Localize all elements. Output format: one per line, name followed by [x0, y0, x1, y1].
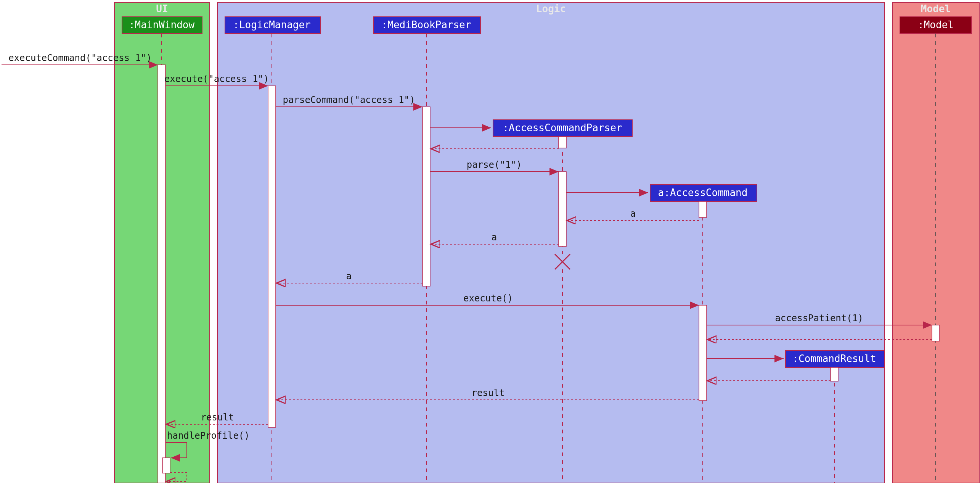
svg-rect-1 [217, 2, 885, 483]
activation-model [932, 325, 940, 341]
logic-box-label: Logic [536, 3, 566, 14]
return-result-1-label: result [472, 388, 505, 398]
msg-execute-label: execute("access 1") [164, 74, 269, 84]
activation-acp-parse [559, 172, 566, 246]
return-a-1-label: a [630, 208, 636, 219]
return-result-2-label: result [201, 412, 234, 423]
msg-handleprofile-label: handleProfile() [167, 430, 250, 441]
msg-parse-label: parse("1") [467, 159, 522, 170]
msg-execute: execute("access 1") [164, 74, 269, 86]
msg-executecommand: executeCommand("access 1") [2, 53, 158, 65]
msg-parsecommand-label: parseCommand("access 1") [283, 95, 415, 105]
participant-medibookparser-label: :MediBookParser [382, 19, 471, 31]
activation-commandresult [831, 367, 838, 381]
activation-medibookparser [423, 107, 430, 286]
msg-accesspatient-label: accessPatient(1) [775, 313, 863, 324]
msg-execute-ac-label: execute() [463, 293, 513, 304]
participant-model-label: :Model [918, 19, 954, 31]
activation-accesscommand-execute [699, 305, 707, 401]
participant-logicmanager-label: :LogicManager [233, 19, 311, 31]
model-box-label: Model [921, 3, 951, 14]
participant-accesscommand-label: a:AccessCommand [658, 187, 748, 198]
participant-accesscommandparser-label: :AccessCommandParser [503, 122, 622, 134]
participant-mainwindow-label: :MainWindow [129, 19, 195, 31]
activation-accesscommand-create [699, 201, 707, 217]
participant-commandresult-label: :CommandResult [792, 353, 876, 364]
activation-mainwindow [158, 65, 165, 483]
sequence-diagram: UI Logic Model :MainWindow :LogicManager… [0, 0, 980, 483]
activation-logicmanager [268, 86, 276, 427]
return-a-3-label: a [346, 271, 352, 282]
activation-handleprofile [162, 458, 170, 473]
logic-box: Logic [217, 2, 885, 483]
msg-parsecommand: parseCommand("access 1") [276, 95, 423, 107]
activation-acp-create [559, 137, 566, 148]
ui-box-label: UI [156, 3, 168, 14]
msg-executecommand-label: executeCommand("access 1") [8, 53, 152, 63]
return-a-2-label: a [492, 232, 497, 243]
